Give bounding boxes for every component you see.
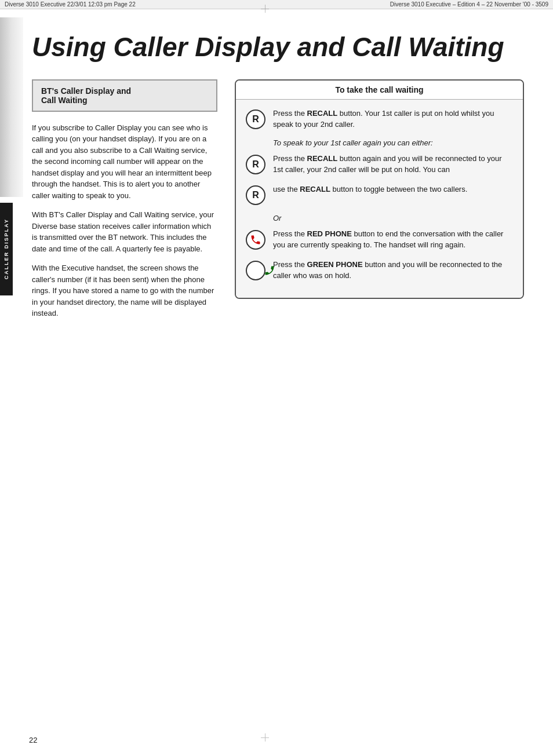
green-phone-icon xyxy=(246,261,265,280)
decorative-strip xyxy=(0,17,23,197)
recall-icon-3: R xyxy=(246,185,265,205)
recall-bold-3: RECALL xyxy=(300,185,330,193)
step-row-3: R use the RECALL button to toggle betwee… xyxy=(245,184,514,206)
left-column: BT's Caller Display and Call Waiting If … xyxy=(32,79,217,327)
main-content: Using Caller Display and Call Waiting BT… xyxy=(0,9,553,345)
right-column: To take the call waiting R Press the REC… xyxy=(235,79,524,327)
step-2-text: Press the RECALL button again and you wi… xyxy=(273,153,514,176)
red-phone-bold: RED PHONE xyxy=(307,229,352,238)
red-phone-icon xyxy=(246,230,265,250)
body-para-2: With BT's Caller Display and Call Waitin… xyxy=(32,209,217,254)
crosshair-bottom xyxy=(261,733,269,742)
crosshair-top xyxy=(261,5,269,13)
body-para-3: With the Executive handset, the screen s… xyxy=(32,262,217,319)
step-row-4: Press the RED PHONE button to end the co… xyxy=(245,228,514,251)
recall-bold-1: RECALL xyxy=(307,109,338,118)
step-row-1: R Press the RECALL button. Your 1st call… xyxy=(245,108,514,130)
step-4-icon xyxy=(245,229,266,250)
recall-icon-1: R xyxy=(246,109,265,129)
header-line2: Diverse 3010 Executive – Edition 4 – 22 … xyxy=(390,1,548,8)
page-number: 22 xyxy=(29,736,37,744)
step-3-text: use the RECALL button to toggle between … xyxy=(273,184,514,195)
recall-bold-2: RECALL xyxy=(307,154,338,163)
or-text: Or xyxy=(273,214,514,222)
call-waiting-title: To take the call waiting xyxy=(236,81,523,100)
header-line1: Diverse 3010 Executive 22/3/01 12:03 pm … xyxy=(5,1,136,8)
italic-subhead: To speak to your 1st caller again you ca… xyxy=(273,138,514,147)
step-1-icon: R xyxy=(245,109,266,130)
step-1-text: Press the RECALL button. Your 1st caller… xyxy=(273,108,514,130)
step-5-text: Press the GREEN PHONE button and you wil… xyxy=(273,259,514,282)
bt-caller-display-box: BT's Caller Display and Call Waiting xyxy=(32,79,217,112)
step-row-2: R Press the RECALL button again and you … xyxy=(245,153,514,176)
body-para-1: If you subscribe to Caller Display you c… xyxy=(32,122,217,202)
step-3-icon: R xyxy=(245,185,266,206)
two-column-layout: BT's Caller Display and Call Waiting If … xyxy=(32,79,524,327)
header-bar: Diverse 3010 Executive 22/3/01 12:03 pm … xyxy=(0,0,553,9)
side-label-caller-display: CALLER DISPLAY xyxy=(0,203,13,295)
call-waiting-content: R Press the RECALL button. Your 1st call… xyxy=(236,100,523,298)
step-4-text: Press the RED PHONE button to end the co… xyxy=(273,228,514,251)
step-row-5: Press the GREEN PHONE button and you wil… xyxy=(245,259,514,282)
page-title: Using Caller Display and Call Waiting xyxy=(32,32,524,62)
green-phone-bold: GREEN PHONE xyxy=(307,260,363,269)
call-waiting-box: To take the call waiting R Press the REC… xyxy=(235,79,524,299)
step-2-icon: R xyxy=(245,154,266,175)
bt-box-title: BT's Caller Display and Call Waiting xyxy=(41,86,208,105)
step-5-icon xyxy=(245,260,266,281)
recall-icon-2: R xyxy=(246,155,265,174)
